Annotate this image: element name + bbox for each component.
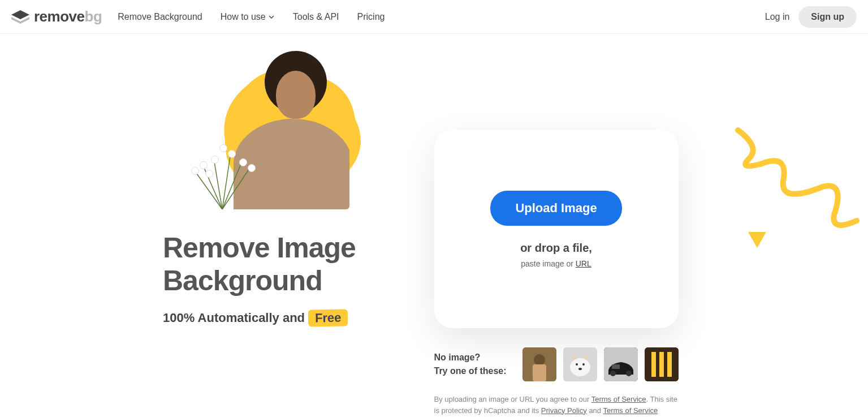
logo[interactable]: removebg — [11, 8, 102, 25]
sample-thumb-4[interactable] — [645, 347, 679, 381]
svg-point-7 — [578, 368, 582, 370]
sample-images-section: No image?Try one of these: — [434, 347, 679, 381]
nav-tools-api[interactable]: Tools & API — [293, 12, 339, 22]
chevron-down-icon — [268, 14, 275, 20]
terms-link-1[interactable]: Terms of Service — [591, 395, 646, 403]
sample-thumbnails — [522, 347, 679, 381]
auth-section: Log in Sign up — [765, 6, 857, 28]
logo-icon — [11, 10, 29, 24]
hero-subtitle: 100% Automatically and Free — [163, 309, 434, 326]
free-badge: Free — [308, 309, 348, 326]
hero-title: Remove ImageBackground — [163, 232, 434, 297]
nav-remove-background[interactable]: Remove Background — [118, 12, 202, 22]
signup-button[interactable]: Sign up — [798, 6, 857, 28]
hero-left: Remove ImageBackground 100% Automaticall… — [0, 51, 434, 417]
sample-thumb-1[interactable] — [522, 347, 556, 381]
svg-rect-9 — [612, 364, 620, 369]
samples-prompt: No image?Try one of these: — [434, 351, 507, 378]
nav-how-to-use[interactable]: How to use — [221, 12, 275, 22]
drop-file-text: or drop a file, — [520, 242, 592, 255]
flowers-decoration — [180, 113, 265, 209]
svg-point-5 — [576, 363, 578, 366]
main-content: Remove ImageBackground 100% Automaticall… — [0, 34, 868, 417]
main-nav: Remove Background How to use Tools & API… — [118, 12, 765, 22]
upload-image-button[interactable]: Upload Image — [490, 191, 621, 226]
sample-thumb-3[interactable] — [604, 347, 638, 381]
svg-rect-14 — [659, 352, 664, 377]
svg-rect-15 — [667, 352, 672, 377]
privacy-policy-link[interactable]: Privacy Policy — [541, 406, 587, 415]
header: removebg Remove Background How to use To… — [0, 0, 868, 34]
svg-rect-13 — [651, 352, 656, 377]
triangle-decoration — [748, 232, 766, 248]
svg-rect-2 — [533, 364, 546, 381]
paste-text: paste image or URL — [520, 259, 592, 268]
svg-point-11 — [626, 371, 632, 376]
squiggle-decoration — [732, 124, 868, 238]
url-link[interactable]: URL — [576, 259, 591, 268]
sample-thumb-2[interactable] — [563, 347, 597, 381]
nav-pricing[interactable]: Pricing — [357, 12, 385, 22]
terms-link-2[interactable]: Terms of Service — [603, 406, 658, 415]
svg-point-10 — [610, 371, 616, 376]
legal-text: By uploading an image or URL you agree t… — [434, 394, 679, 417]
hero-image — [180, 51, 383, 209]
svg-point-4 — [570, 358, 590, 376]
logo-text: removebg — [34, 8, 102, 25]
svg-point-1 — [534, 354, 545, 366]
hero-right: Upload Image or drop a file, paste image… — [434, 51, 869, 417]
upload-card[interactable]: Upload Image or drop a file, paste image… — [434, 130, 679, 328]
svg-point-6 — [582, 363, 585, 366]
login-link[interactable]: Log in — [765, 12, 790, 22]
